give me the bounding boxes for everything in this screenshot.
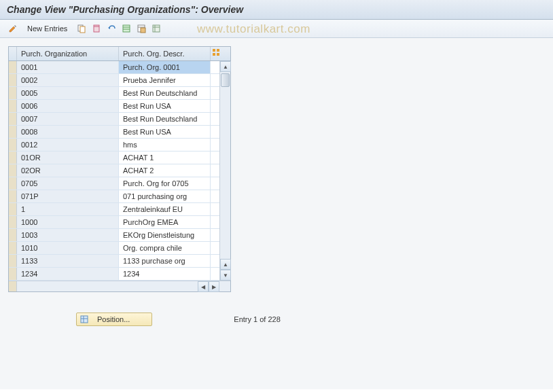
scroll-track-v[interactable] bbox=[220, 72, 230, 259]
table-row[interactable]: 0705Purch. Org for 0705 bbox=[9, 177, 230, 190]
table-row[interactable]: 12341234 bbox=[9, 268, 230, 281]
row-selector[interactable] bbox=[9, 229, 17, 241]
table-row[interactable]: 0007Best Run Deutschland bbox=[9, 113, 230, 126]
row-selector[interactable] bbox=[9, 216, 17, 228]
cell-org[interactable]: 0002 bbox=[17, 74, 119, 86]
row-selector[interactable] bbox=[9, 100, 17, 112]
cell-descr[interactable]: 1234 bbox=[119, 268, 211, 280]
change-icon[interactable] bbox=[7, 22, 19, 35]
scroll-down-far-button[interactable]: ▲ bbox=[220, 259, 231, 270]
table-row[interactable]: 1010Org. compra chile bbox=[9, 242, 230, 255]
table-row[interactable]: 0002Prueba Jennifer bbox=[9, 74, 230, 87]
table-settings-icon[interactable] bbox=[211, 47, 223, 60]
table-row[interactable]: 0006Best Run USA bbox=[9, 100, 230, 113]
table-row[interactable]: 02ORACHAT 2 bbox=[9, 164, 230, 177]
svg-rect-16 bbox=[217, 53, 219, 56]
cell-descr[interactable]: hms bbox=[119, 139, 211, 151]
row-selector[interactable] bbox=[9, 255, 17, 267]
scroll-up-button[interactable]: ▲ bbox=[220, 61, 231, 72]
cell-descr[interactable]: Purch. Org. 0001 bbox=[119, 61, 211, 73]
copy-icon[interactable] bbox=[75, 22, 88, 35]
row-selector[interactable] bbox=[9, 74, 17, 86]
table-row[interactable]: 1003EKOrg Dienstleistung bbox=[9, 229, 230, 242]
row-selector[interactable] bbox=[9, 113, 17, 125]
undo-icon[interactable] bbox=[105, 22, 118, 35]
cell-org[interactable]: 0008 bbox=[17, 126, 119, 138]
row-selector[interactable] bbox=[9, 61, 17, 73]
cell-descr[interactable]: ACHAT 1 bbox=[119, 152, 211, 164]
cell-org[interactable]: 0006 bbox=[17, 100, 119, 112]
svg-rect-4 bbox=[123, 25, 130, 32]
cell-descr[interactable]: ACHAT 2 bbox=[119, 164, 211, 177]
table-row[interactable]: 0001Purch. Org. 0001 bbox=[9, 61, 230, 74]
cell-org[interactable]: 1234 bbox=[17, 268, 119, 280]
select-all-column[interactable] bbox=[9, 47, 17, 60]
scroll-down-button[interactable]: ▼ bbox=[220, 270, 231, 281]
deselect-all-icon[interactable] bbox=[135, 22, 147, 35]
cell-descr[interactable]: Best Run USA bbox=[119, 100, 211, 112]
table-row[interactable]: 01ORACHAT 1 bbox=[9, 152, 230, 164]
row-selector[interactable] bbox=[9, 164, 17, 177]
row-selector[interactable] bbox=[9, 139, 17, 151]
cell-org[interactable]: 0007 bbox=[17, 113, 119, 125]
delete-icon[interactable] bbox=[90, 22, 103, 35]
cell-descr[interactable]: Best Run Deutschland bbox=[119, 113, 211, 125]
table-row[interactable]: 0012hms bbox=[9, 139, 230, 152]
table-row[interactable]: 0008Best Run USA bbox=[9, 126, 230, 139]
new-entries-button[interactable]: New Entries bbox=[22, 23, 73, 34]
cell-org[interactable]: 1000 bbox=[17, 216, 119, 228]
svg-rect-13 bbox=[213, 49, 215, 52]
cell-descr[interactable]: EKOrg Dienstleistung bbox=[119, 229, 211, 241]
cell-org[interactable]: 1010 bbox=[17, 242, 119, 254]
table-body: 0001Purch. Org. 00010002Prueba Jennifer0… bbox=[9, 61, 230, 281]
purchasing-org-table: Purch. Organization Purch. Org. Descr. 0… bbox=[8, 46, 231, 292]
cell-org[interactable]: 071P bbox=[17, 190, 119, 202]
column-header-descr[interactable]: Purch. Org. Descr. bbox=[119, 47, 211, 60]
row-selector[interactable] bbox=[9, 126, 17, 138]
row-selector[interactable] bbox=[9, 242, 17, 254]
scroll-left-button[interactable]: ◀ bbox=[198, 281, 209, 292]
scroll-right-button[interactable]: ▶ bbox=[209, 281, 219, 292]
cell-org[interactable]: 1 bbox=[17, 203, 119, 215]
scroll-track-h[interactable] bbox=[17, 281, 198, 291]
row-selector[interactable] bbox=[9, 152, 17, 164]
cell-descr[interactable]: Zentraleinkauf EU bbox=[119, 203, 211, 215]
cell-descr[interactable]: Org. compra chile bbox=[119, 242, 211, 254]
cell-org[interactable]: 01OR bbox=[17, 152, 119, 164]
cell-descr[interactable]: Best Run USA bbox=[119, 126, 211, 138]
position-icon bbox=[79, 315, 89, 324]
table-row[interactable]: 071P071 purchasing org bbox=[9, 190, 230, 203]
row-selector[interactable] bbox=[9, 177, 17, 190]
column-header-org[interactable]: Purch. Organization bbox=[17, 47, 119, 60]
row-selector[interactable] bbox=[9, 268, 17, 280]
cell-descr[interactable]: 071 purchasing org bbox=[119, 190, 211, 202]
position-button[interactable]: Position... bbox=[76, 313, 152, 326]
svg-rect-10 bbox=[153, 25, 160, 32]
row-selector[interactable] bbox=[9, 87, 17, 99]
cell-descr[interactable]: Prueba Jennifer bbox=[119, 74, 211, 86]
print-icon[interactable] bbox=[150, 22, 162, 35]
scroll-thumb-v[interactable] bbox=[221, 73, 230, 87]
table-row[interactable]: 1000PurchOrg EMEA bbox=[9, 216, 230, 229]
cell-org[interactable]: 1133 bbox=[17, 255, 119, 267]
cell-org[interactable]: 02OR bbox=[17, 164, 119, 177]
horizontal-scrollbar[interactable]: ◀ ▶ bbox=[9, 281, 230, 291]
table-row[interactable]: 11331133 purchase org bbox=[9, 255, 230, 268]
entry-counter: Entry 1 of 228 bbox=[234, 315, 281, 323]
cell-org[interactable]: 0005 bbox=[17, 87, 119, 99]
row-selector[interactable] bbox=[9, 190, 17, 202]
cell-descr[interactable]: PurchOrg EMEA bbox=[119, 216, 211, 228]
cell-descr[interactable]: Best Run Deutschland bbox=[119, 87, 211, 99]
select-all-icon[interactable] bbox=[120, 22, 132, 35]
vertical-scrollbar[interactable]: ▲ ▲ ▼ bbox=[219, 61, 230, 281]
cell-descr[interactable]: Purch. Org for 0705 bbox=[119, 177, 211, 190]
table-row[interactable]: 1Zentraleinkauf EU bbox=[9, 203, 230, 216]
cell-descr[interactable]: 1133 purchase org bbox=[119, 255, 211, 267]
table-row[interactable]: 0005Best Run Deutschland bbox=[9, 87, 230, 100]
cell-org[interactable]: 0705 bbox=[17, 177, 119, 190]
cell-org[interactable]: 0001 bbox=[17, 61, 119, 73]
cell-org[interactable]: 1003 bbox=[17, 229, 119, 241]
cell-org[interactable]: 0012 bbox=[17, 139, 119, 151]
table-header: Purch. Organization Purch. Org. Descr. bbox=[9, 47, 230, 61]
row-selector[interactable] bbox=[9, 203, 17, 215]
